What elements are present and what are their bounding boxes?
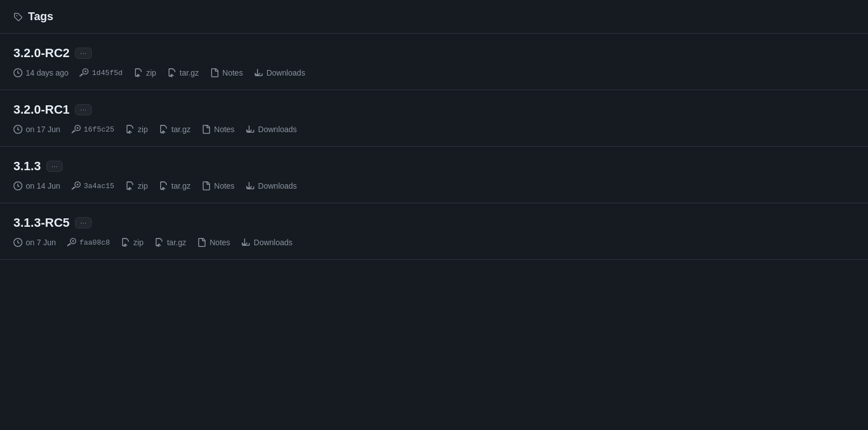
release-zip[interactable]: zip: [121, 238, 143, 247]
release-targz-label: tar.gz: [167, 238, 186, 247]
download-icon: [254, 68, 263, 77]
zip-icon: [134, 68, 143, 77]
release-targz[interactable]: tar.gz: [159, 181, 190, 190]
release-targz[interactable]: tar.gz: [159, 125, 190, 134]
release-top: 3.1.3-RC5 ···: [13, 216, 855, 230]
clock-icon: [13, 125, 22, 134]
targz-icon: [159, 125, 168, 134]
release-commit[interactable]: 3a4ac15: [72, 181, 115, 190]
release-targz[interactable]: tar.gz: [155, 238, 186, 247]
release-tag: 3.2.0-RC1: [13, 102, 69, 117]
release-row-v313: 3.1.3 ··· on 14 Jun 3a4ac15 zip tar.gz: [0, 147, 868, 203]
release-row-rc5: 3.1.3-RC5 ··· on 7 Jun faa08c8 zip tar.g…: [0, 203, 868, 260]
release-notes[interactable]: Notes: [210, 68, 243, 77]
release-zip[interactable]: zip: [125, 125, 148, 134]
download-icon: [246, 125, 255, 134]
release-notes-label: Notes: [222, 68, 243, 77]
notes-icon: [197, 238, 206, 247]
release-notes-label: Notes: [214, 181, 235, 190]
release-commit[interactable]: 16f5c25: [72, 125, 115, 134]
release-downloads-label: Downloads: [267, 68, 305, 77]
key-icon: [72, 125, 81, 134]
release-notes[interactable]: Notes: [197, 238, 230, 247]
release-row-rc2: 3.2.0-RC2 ··· 14 days ago 1d45f5d zip ta…: [0, 34, 868, 90]
release-downloads-label: Downloads: [254, 238, 292, 247]
release-downloads[interactable]: Downloads: [241, 238, 292, 247]
release-tag: 3.1.3: [13, 159, 41, 174]
key-icon: [67, 238, 76, 247]
notes-icon: [202, 125, 211, 134]
download-icon: [241, 238, 250, 247]
release-notes-label: Notes: [214, 125, 235, 134]
release-notes-label: Notes: [209, 238, 230, 247]
tag-icon: [13, 11, 22, 22]
notes-icon: [210, 68, 219, 77]
targz-icon: [159, 181, 168, 190]
release-targz-label: tar.gz: [171, 125, 190, 134]
release-time: 14 days ago: [13, 68, 68, 77]
release-zip-label: zip: [133, 238, 143, 247]
release-time-text: on 7 Jun: [26, 238, 56, 247]
key-icon: [72, 181, 81, 190]
release-targz-label: tar.gz: [180, 68, 199, 77]
release-downloads[interactable]: Downloads: [246, 125, 297, 134]
releases-list: 3.2.0-RC2 ··· 14 days ago 1d45f5d zip ta…: [0, 34, 868, 260]
release-time: on 7 Jun: [13, 238, 56, 247]
targz-icon: [155, 238, 164, 247]
release-top: 3.2.0-RC1 ···: [13, 102, 855, 117]
zip-icon: [125, 181, 134, 190]
release-commit-hash: 1d45f5d: [92, 69, 123, 77]
release-badge[interactable]: ···: [75, 104, 92, 115]
release-commit-hash: 3a4ac15: [84, 182, 115, 190]
release-zip-label: zip: [138, 125, 148, 134]
release-notes[interactable]: Notes: [202, 125, 235, 134]
release-downloads-label: Downloads: [258, 125, 297, 134]
targz-icon: [167, 68, 176, 77]
page-title: Tags: [28, 10, 53, 23]
release-zip-label: zip: [138, 181, 148, 190]
release-meta: on 14 Jun 3a4ac15 zip tar.gz Notes Downl…: [13, 181, 855, 190]
release-targz[interactable]: tar.gz: [167, 68, 199, 77]
notes-icon: [202, 181, 211, 190]
release-commit-hash: faa08c8: [80, 239, 110, 247]
release-top: 3.1.3 ···: [13, 159, 855, 174]
release-downloads-label: Downloads: [258, 181, 297, 190]
release-targz-label: tar.gz: [171, 181, 190, 190]
release-row-rc1: 3.2.0-RC1 ··· on 17 Jun 16f5c25 zip tar.…: [0, 90, 868, 147]
clock-icon: [13, 68, 22, 77]
release-meta: 14 days ago 1d45f5d zip tar.gz Notes Dow…: [13, 68, 855, 77]
release-badge[interactable]: ···: [75, 217, 92, 228]
release-badge[interactable]: ···: [75, 48, 92, 59]
release-commit[interactable]: faa08c8: [67, 238, 110, 247]
release-time-text: on 14 Jun: [26, 181, 60, 190]
key-icon: [80, 68, 88, 77]
release-downloads[interactable]: Downloads: [246, 181, 297, 190]
release-tag: 3.2.0-RC2: [13, 46, 69, 60]
release-time: on 17 Jun: [13, 125, 60, 134]
release-time: on 14 Jun: [13, 181, 60, 190]
release-commit-hash: 16f5c25: [84, 125, 115, 134]
page-header: Tags: [0, 0, 868, 34]
download-icon: [246, 181, 255, 190]
clock-icon: [13, 238, 22, 247]
release-tag: 3.1.3-RC5: [13, 216, 69, 230]
release-meta: on 7 Jun faa08c8 zip tar.gz Notes Downlo…: [13, 238, 855, 247]
zip-icon: [125, 125, 134, 134]
release-zip[interactable]: zip: [125, 181, 148, 190]
release-meta: on 17 Jun 16f5c25 zip tar.gz Notes Downl…: [13, 125, 855, 134]
release-time-text: on 17 Jun: [26, 125, 60, 134]
zip-icon: [121, 238, 130, 247]
release-zip[interactable]: zip: [134, 68, 156, 77]
release-top: 3.2.0-RC2 ···: [13, 46, 855, 60]
release-downloads[interactable]: Downloads: [254, 68, 305, 77]
release-commit[interactable]: 1d45f5d: [80, 68, 123, 77]
release-notes[interactable]: Notes: [202, 181, 235, 190]
clock-icon: [13, 181, 22, 190]
release-zip-label: zip: [146, 68, 156, 77]
release-badge[interactable]: ···: [46, 161, 63, 172]
release-time-text: 14 days ago: [26, 68, 68, 77]
